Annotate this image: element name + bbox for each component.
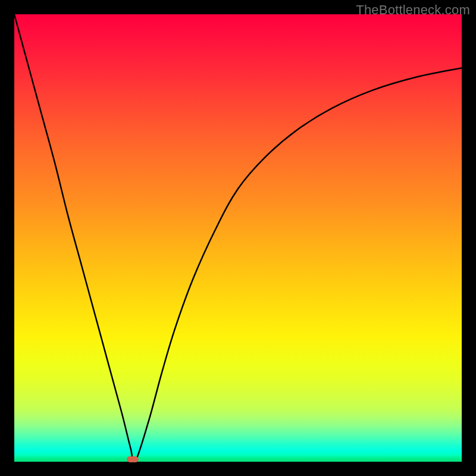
minimum-marker <box>127 456 139 462</box>
chart-plot-area <box>14 14 462 462</box>
bottleneck-curve <box>14 14 462 462</box>
watermark-text: TheBottleneck.com <box>356 2 470 18</box>
